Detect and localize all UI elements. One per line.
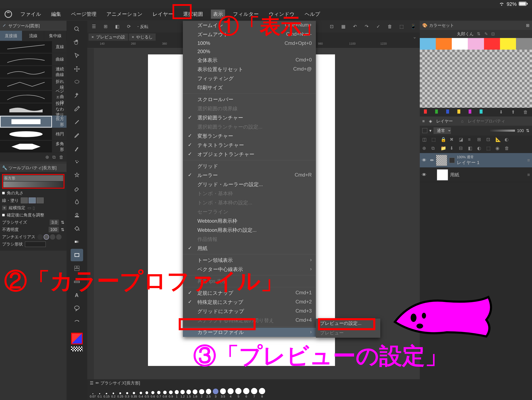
- dropper-icon[interactable]: ⬇: [499, 109, 503, 115]
- trash-icon[interactable]: 🗑: [523, 109, 528, 115]
- trash-icon[interactable]: 🗑: [505, 146, 511, 152]
- doc-tab-0[interactable]: × プレビューの設: [89, 33, 128, 41]
- layer-opacity-value[interactable]: 100: [517, 128, 524, 133]
- dropdown-item[interactable]: フィッティング: [183, 74, 316, 83]
- brush-size-item[interactable]: 0.5: [145, 391, 149, 398]
- brush-size-item[interactable]: 0.35: [131, 392, 137, 398]
- layer-icon[interactable]: ⊞: [477, 137, 483, 143]
- app-logo-icon[interactable]: [4, 10, 13, 18]
- menu-edit[interactable]: 編集: [49, 10, 63, 19]
- eye-icon[interactable]: 👁: [422, 172, 428, 178]
- brush-tool-icon[interactable]: [71, 143, 83, 155]
- brush-size-item[interactable]: 3: [213, 388, 218, 398]
- menu-layer[interactable]: レイヤー: [151, 10, 175, 19]
- toggle-icon[interactable]: ⊡: [491, 31, 495, 36]
- subtool-row-7[interactable]: 楕円: [0, 128, 66, 140]
- subtool-del-icon[interactable]: 🗑: [59, 155, 63, 160]
- stepper-icon[interactable]: ⇅: [61, 227, 64, 232]
- balloon-tool-icon[interactable]: [71, 302, 83, 314]
- toolbar-icon[interactable]: ⬚: [397, 22, 406, 31]
- color-selector[interactable]: [71, 333, 83, 344]
- shape-tool-icon[interactable]: [71, 249, 83, 261]
- dropdown-item[interactable]: ズームインCmd+Num+: [183, 21, 316, 30]
- toolbar-icon[interactable]: ⟳: [124, 22, 133, 31]
- layer-icon[interactable]: ⬚: [486, 146, 493, 152]
- aa-icons[interactable]: [38, 234, 62, 240]
- hand-tool-icon[interactable]: [71, 36, 83, 49]
- menu-view[interactable]: 表示: [211, 10, 225, 19]
- subtool-tab-1[interactable]: 流線: [22, 31, 44, 41]
- layer-row[interactable]: 👁用紙≡: [420, 168, 532, 182]
- menu-window[interactable]: ウィンドウ: [267, 10, 297, 19]
- brush-size-item[interactable]: 0.3: [125, 392, 129, 398]
- layer-icon[interactable]: ⬚: [431, 137, 438, 143]
- brush-size-item[interactable]: 7: [251, 388, 257, 398]
- bw-checker-icon[interactable]: [71, 346, 83, 351]
- dropdown-item[interactable]: 200%: [183, 47, 316, 56]
- dropdown-item[interactable]: ズームアウトCmd+Num-: [183, 30, 316, 39]
- layer-icon[interactable]: ◫: [422, 137, 429, 143]
- dropdown-item[interactable]: 全体表示Cmd+0: [183, 56, 316, 65]
- stamp-tool-icon[interactable]: [71, 209, 83, 221]
- menu-file[interactable]: ファイル: [18, 10, 43, 19]
- toolbar-icon[interactable]: ◧: [113, 22, 122, 31]
- dropdown-item[interactable]: トーン領域表示›: [183, 256, 316, 265]
- brush-size-item[interactable]: 0.25: [117, 392, 123, 398]
- dropdown-item[interactable]: ✓変形ランチャー: [183, 131, 316, 141]
- text-tool-icon[interactable]: A: [71, 289, 83, 301]
- layer-icon[interactable]: ⬇: [450, 146, 456, 152]
- toolbar-icon[interactable]: ✓: [374, 22, 383, 31]
- brush-size-item[interactable]: 0.4: [139, 392, 143, 398]
- dropdown-item[interactable]: 表示位置をリセットCmd+@: [183, 65, 316, 74]
- deco-tool-icon[interactable]: [71, 169, 83, 181]
- color-swatch[interactable]: [452, 38, 468, 50]
- aspect-icon[interactable]: ▭ ▯: [27, 205, 35, 210]
- pen-tool-icon[interactable]: [71, 116, 83, 128]
- dropdown-item[interactable]: Webtoon用表示枠の設定...: [183, 225, 316, 235]
- layer-checkbox[interactable]: [422, 128, 427, 133]
- brush-size-item[interactable]: 0.6: [151, 391, 155, 398]
- subtool-add-icon[interactable]: ⊕: [45, 155, 49, 160]
- color-swatch[interactable]: [468, 38, 484, 50]
- dropdown-item[interactable]: グリッドにスナップCmd+3: [183, 307, 316, 316]
- eyedropper-tool-icon[interactable]: [71, 103, 83, 115]
- dropdown-item[interactable]: スクロールバー: [183, 95, 316, 104]
- eye-icon[interactable]: 👁: [422, 158, 428, 163]
- subtool-row-5[interactable]: 投げなわ塗り: [0, 103, 66, 115]
- colorset-opts-icon[interactable]: ⊞: [526, 23, 530, 28]
- dropdown-item[interactable]: グリッド・ルーラーの設定...: [183, 180, 316, 189]
- color-swatch[interactable]: [500, 38, 516, 50]
- hamburger-icon[interactable]: ☰: [90, 381, 94, 386]
- brushshape-preview[interactable]: [25, 242, 46, 247]
- pencil-tool-icon[interactable]: [71, 129, 83, 142]
- eraser-tool-icon[interactable]: [71, 182, 83, 195]
- menu-help[interactable]: ヘルプ: [303, 10, 322, 19]
- stepper-icon[interactable]: ⇅: [526, 128, 530, 133]
- subtool-row-6[interactable]: 長方形: [0, 115, 66, 128]
- subtool-row-8[interactable]: 多角形: [0, 140, 66, 153]
- layer-icon[interactable]: ⧉: [431, 146, 438, 152]
- ruler-icon[interactable]: 📐: [495, 137, 502, 143]
- blend-mode-select[interactable]: 通常: [433, 127, 451, 134]
- hamburger-icon[interactable]: ≡: [527, 172, 530, 178]
- layer-icon[interactable]: ⊡: [486, 137, 493, 143]
- subtool-dup-icon[interactable]: ⧉: [52, 155, 56, 160]
- folder-icon[interactable]: 📁: [441, 146, 447, 152]
- layer-icon[interactable]: ≡: [468, 137, 474, 143]
- zoom-tool-icon[interactable]: [71, 23, 83, 35]
- brush-size-item[interactable]: 1.5: [186, 390, 191, 398]
- subtool-tab-0[interactable]: 直接描: [0, 31, 22, 41]
- gradient-tool-icon[interactable]: [71, 236, 83, 248]
- undo-icon[interactable]: ↶: [350, 22, 360, 31]
- ruler-tool-icon[interactable]: [71, 275, 83, 288]
- color-swatch[interactable]: [516, 38, 532, 50]
- dropdown-item[interactable]: ✓ルーラーCmd+R: [183, 171, 316, 180]
- brush-size-item[interactable]: 0.8: [163, 391, 167, 398]
- dropdown-item[interactable]: ✓選択範囲ランチャー: [183, 113, 316, 122]
- opacity-value[interactable]: 100: [49, 227, 59, 232]
- plus-icon[interactable]: +: [2, 206, 7, 210]
- mask-icon[interactable]: ◐: [477, 146, 483, 152]
- layer-icon[interactable]: ◧: [468, 146, 474, 152]
- brush-size-item[interactable]: 0.9: [169, 390, 173, 398]
- new-layer-icon[interactable]: ⊕: [422, 146, 429, 152]
